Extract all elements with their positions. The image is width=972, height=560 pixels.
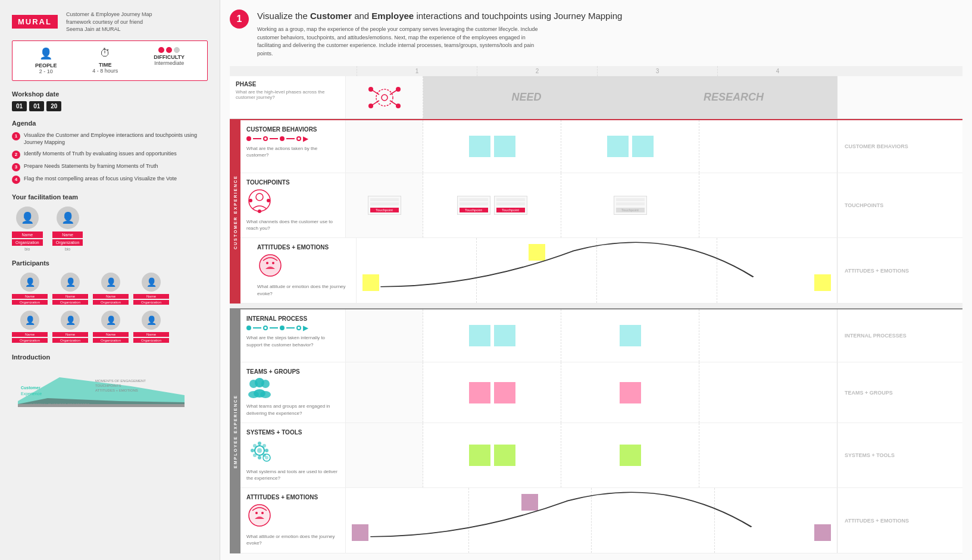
logo: MURAL <box>12 15 58 29</box>
phase-row: PHASE What are the high-level phases acr… <box>230 76 962 119</box>
svg-point-37 <box>251 449 254 452</box>
intro-chart-svg: Customer Experience MOMENTS OF ENGAGEMEN… <box>12 365 190 407</box>
participant-name: Name <box>93 294 129 299</box>
tp-title: TOUCHPOINTS <box>246 179 339 186</box>
org-bar-2: Organization <box>52 239 83 246</box>
sticky-note <box>620 382 641 403</box>
research-label: RESEARCH <box>704 91 764 104</box>
participant-avatar: 👤 <box>101 311 120 330</box>
participant-name: Name <box>52 332 88 337</box>
svg-point-36 <box>258 456 261 459</box>
title-customer: Customer <box>310 11 352 21</box>
ae2-icon-wrap <box>246 502 339 531</box>
emotion-curve-svg-2 <box>346 488 837 553</box>
need-label: NEED <box>511 91 541 104</box>
svg-point-32 <box>260 391 271 398</box>
date-day: 01 <box>12 101 27 111</box>
tp-line <box>460 198 488 201</box>
step-num: 1 <box>237 14 242 24</box>
tp-tag-gray: Touchpoint <box>616 208 645 212</box>
name-bar-1: Name <box>12 231 43 238</box>
list-item: 👤 Name Organization <box>93 273 129 306</box>
tg-icon-wrap <box>246 377 339 401</box>
customer-band-label: CUSTOMER EXPERIENCE <box>232 173 239 252</box>
time-label: TIME <box>92 62 118 68</box>
ip-title: INTERNAL PROCESS <box>246 315 339 322</box>
num-spacer <box>230 66 357 76</box>
name-bar-2: Name <box>52 231 83 238</box>
teams-icon <box>246 377 273 398</box>
main-subtitle: Working as a group, map the experience o… <box>257 26 543 58</box>
difficulty-info: DIFFICULTY Intermediate <box>154 47 185 74</box>
participant-name: Name <box>12 332 48 337</box>
bio-2: bio <box>52 247 83 251</box>
agenda-text-1: Visualize the Customer and Employee inte… <box>24 132 208 146</box>
list-item: 👤 Name Organization <box>12 311 48 344</box>
ip-desc: What are the steps taken internally to s… <box>246 334 339 348</box>
participant-org: Organization <box>12 300 48 305</box>
teal-dash-2 <box>270 327 278 329</box>
team-member-1: 👤 Name Organization bio <box>12 207 43 251</box>
agenda-num-3: 3 <box>12 163 20 171</box>
ae-right-label: ATTITUDES + EMOTIONS <box>837 238 962 303</box>
difficulty-dots <box>154 47 185 53</box>
systems-tools-row: SYSTEMS + TOOLS <box>240 423 962 488</box>
participant-avatar: 👤 <box>61 273 80 292</box>
ae2-info: ATTITUDES + EMOTIONS What atti <box>240 488 346 553</box>
touchpoints-info: TOUCHPOINTS Wha <box>240 173 346 237</box>
tp-line <box>460 202 488 205</box>
svg-point-22 <box>258 209 261 213</box>
phase-right <box>837 76 962 118</box>
agenda-text-3: Prepare Needs Statements by framing Mome… <box>24 162 158 170</box>
st-title: SYSTEMS + TOOLS <box>246 429 339 436</box>
clock-icon: ⏱ <box>92 47 118 60</box>
avatar-1: 👤 <box>16 207 39 229</box>
emotion-curve-svg-1 <box>357 238 837 303</box>
beh-dash-2 <box>270 138 278 139</box>
sticky-note <box>607 136 629 157</box>
attitudes-emotions-row-1: ATTITUDES + EMOTIONS What atti <box>240 238 962 304</box>
teal-circle-2 <box>263 326 268 330</box>
participant-name: Name <box>133 294 169 299</box>
workshop-date-label: Workshop date <box>12 90 208 98</box>
agenda-num-1: 1 <box>12 132 20 140</box>
col-num-3: 3 <box>597 66 717 76</box>
participant-avatar: 👤 <box>20 273 39 292</box>
svg-text:Customer: Customer <box>21 386 40 390</box>
behaviors-icon: ▶ <box>246 134 339 143</box>
list-item: 👤 Name Organization <box>133 273 169 306</box>
customer-rows: CUSTOMER BEHAVIORS ▶ <box>240 120 962 304</box>
touchpoints-row: TOUCHPOINTS Wha <box>240 173 962 238</box>
tp-desc: What channels does the customer use to r… <box>246 218 339 231</box>
person-icon: 👤 <box>35 47 57 60</box>
phase-col1 <box>346 76 423 118</box>
svg-point-9 <box>382 95 387 101</box>
sticky-note <box>469 325 490 346</box>
sticky-note <box>620 325 641 346</box>
svg-point-16 <box>368 104 373 108</box>
sticky-note <box>494 325 515 346</box>
svg-point-44 <box>265 456 268 459</box>
agenda-num-4: 4 <box>12 176 20 184</box>
tg-col1 <box>346 362 423 422</box>
systems-icon <box>246 437 273 464</box>
st-col1 <box>346 423 423 487</box>
svg-text:Experience: Experience <box>21 392 42 396</box>
participant-org: Organization <box>12 338 48 343</box>
svg-text:MOMENTS OF ENGAGEMENT: MOMENTS OF ENGAGEMENT <box>95 379 146 383</box>
cb-right-label: CUSTOMER BEHAVIORS <box>837 120 962 173</box>
participant-avatar: 👤 <box>20 311 39 330</box>
title-post: interactions and touchpoints using Journ… <box>414 11 622 21</box>
svg-point-29 <box>261 380 270 388</box>
cb-title: CUSTOMER BEHAVIORS <box>246 126 339 133</box>
sticky-note <box>469 136 490 157</box>
emotions-icon-2 <box>246 502 273 528</box>
beh-arrow: ▶ <box>303 134 308 143</box>
beh-dash-1 <box>253 138 261 139</box>
main-title: Visualize the Customer and Employee inte… <box>257 10 622 22</box>
main-content: 1 Visualize the Customer and Employee in… <box>220 0 972 560</box>
participant-name: Name <box>52 294 88 299</box>
sticky-note <box>469 382 490 403</box>
touchpoint-card: Touchpoint <box>614 196 647 215</box>
beh-circle-1 <box>246 136 251 141</box>
